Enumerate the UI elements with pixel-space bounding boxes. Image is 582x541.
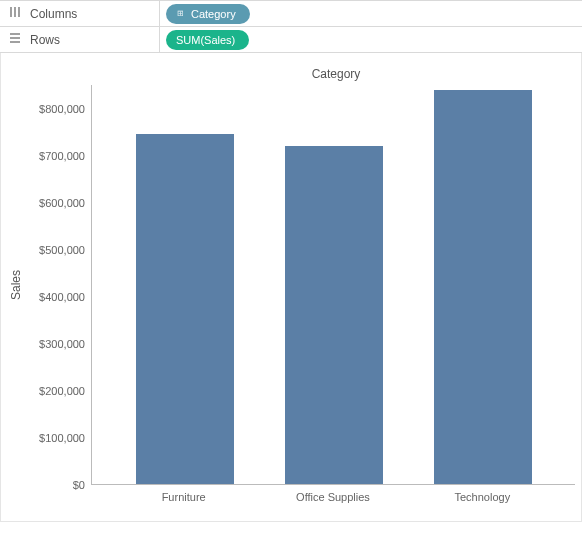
y-tick: $500,000 bbox=[39, 244, 85, 256]
y-tick: $100,000 bbox=[39, 432, 85, 444]
y-tick: $600,000 bbox=[39, 197, 85, 209]
bar-technology[interactable] bbox=[434, 90, 532, 484]
rows-shelf[interactable]: Rows SUM(Sales) bbox=[0, 26, 582, 52]
pill-category[interactable]: ⊞ Category bbox=[166, 4, 250, 24]
x-tick: Furniture bbox=[135, 491, 233, 503]
pill-sum-sales[interactable]: SUM(Sales) bbox=[166, 30, 249, 50]
y-tick: $0 bbox=[73, 479, 85, 491]
columns-label-text: Columns bbox=[30, 7, 77, 21]
y-tick: $300,000 bbox=[39, 338, 85, 350]
shelves: Columns ⊞ Category Rows SUM(Sales) bbox=[0, 0, 582, 53]
y-tick: $200,000 bbox=[39, 385, 85, 397]
bars-container bbox=[92, 85, 575, 484]
rows-shelf-content[interactable]: SUM(Sales) bbox=[160, 27, 582, 52]
y-tick: $800,000 bbox=[39, 103, 85, 115]
rows-icon bbox=[8, 32, 22, 47]
pill-category-label: Category bbox=[191, 8, 236, 20]
bar-furniture[interactable] bbox=[136, 134, 234, 484]
chart-title: Category bbox=[97, 61, 575, 85]
expand-icon: ⊞ bbox=[176, 9, 185, 18]
y-axis-label-wrap: Sales bbox=[7, 85, 25, 485]
x-tick: Technology bbox=[433, 491, 531, 503]
y-tick: $400,000 bbox=[39, 291, 85, 303]
columns-shelf[interactable]: Columns ⊞ Category bbox=[0, 0, 582, 26]
chart-area: Category Sales $0$100,000$200,000$300,00… bbox=[0, 53, 582, 522]
y-axis-label: Sales bbox=[9, 270, 23, 300]
y-axis: $0$100,000$200,000$300,000$400,000$500,0… bbox=[25, 85, 91, 485]
chart-body: Sales $0$100,000$200,000$300,000$400,000… bbox=[7, 85, 575, 485]
columns-shelf-content[interactable]: ⊞ Category bbox=[160, 1, 582, 26]
x-axis: FurnitureOffice SuppliesTechnology bbox=[91, 485, 575, 515]
bar-office-supplies[interactable] bbox=[285, 146, 383, 484]
rows-shelf-label: Rows bbox=[0, 27, 160, 52]
x-tick: Office Supplies bbox=[284, 491, 382, 503]
rows-label-text: Rows bbox=[30, 33, 60, 47]
columns-icon bbox=[8, 6, 22, 21]
y-tick: $700,000 bbox=[39, 150, 85, 162]
plot-area[interactable] bbox=[91, 85, 575, 485]
columns-shelf-label: Columns bbox=[0, 1, 160, 26]
pill-sum-sales-label: SUM(Sales) bbox=[176, 34, 235, 46]
